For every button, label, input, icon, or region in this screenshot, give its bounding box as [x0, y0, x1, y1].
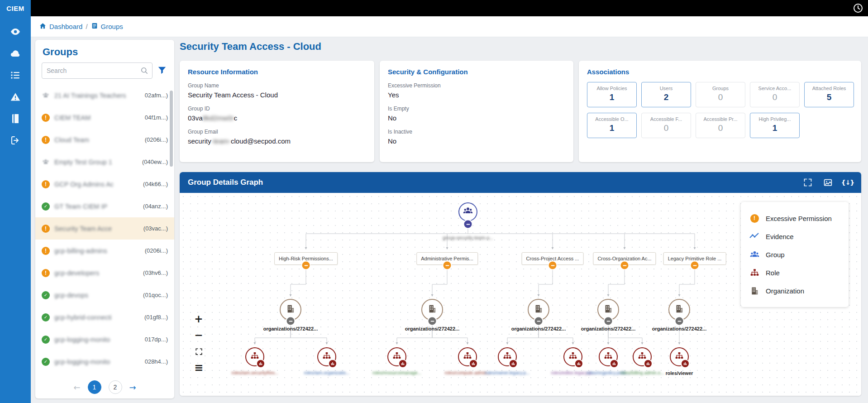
collapse-badge[interactable]	[621, 262, 629, 269]
group-list-item[interactable]: gcp-logging-monito 028h4...)	[35, 350, 174, 373]
graph-header: Group Details Graph	[180, 172, 861, 193]
evidence-badge[interactable]	[610, 360, 618, 367]
stat-accessible-projects[interactable]: Accessible Pr...0	[696, 113, 745, 138]
collapse-badge[interactable]	[549, 262, 557, 269]
fullscreen-icon[interactable]	[802, 177, 813, 188]
groups-panel: Groups 21 AI Trainings Teachers 02afm...…	[35, 40, 174, 398]
group-list-item[interactable]: gcp-developers (03hv6...)	[35, 262, 174, 284]
collapse-badge[interactable]	[302, 262, 310, 269]
stat-groups[interactable]: Groups0	[696, 82, 745, 107]
group-node[interactable]	[458, 202, 477, 221]
stat-accessible-folders[interactable]: Accessible F...0	[641, 113, 691, 138]
zoom-in-icon[interactable]	[192, 312, 205, 325]
group-list-item[interactable]: gcp-devops (01qoc...)	[35, 284, 174, 306]
evidence-badge[interactable]	[399, 360, 406, 367]
zoom-out-icon[interactable]	[192, 329, 205, 341]
group-list-item[interactable]: Cloud Team (0206i...)	[35, 129, 174, 151]
prev-page-button[interactable]	[73, 383, 80, 392]
stat-accessible-organizations[interactable]: Accessible O...1	[587, 113, 637, 138]
group-id: (01gf8...)	[144, 314, 168, 321]
search-input[interactable]	[42, 62, 153, 79]
stat-users[interactable]: Users2	[641, 82, 691, 107]
status-warning-icon	[42, 136, 50, 144]
pagination: 1 2	[35, 380, 174, 394]
collapse-badge[interactable]	[464, 221, 472, 228]
breadcrumb-groups-label: Groups	[101, 23, 123, 30]
search-icon	[140, 66, 149, 75]
evidence-badge[interactable]	[644, 360, 652, 367]
collapse-badge[interactable]	[535, 317, 543, 325]
group-list-item[interactable]: gcp-billing-admins (0206i...)	[35, 240, 174, 262]
field-value: No	[388, 114, 565, 122]
menu-icon[interactable]	[192, 361, 205, 374]
sidebar-item-cloud[interactable]	[10, 48, 21, 59]
group-list-item[interactable]: gcp-hybrid-connecti (01gf8...)	[35, 306, 174, 328]
evidence-badge[interactable]	[575, 360, 582, 367]
group-email-prefix: security	[188, 137, 211, 145]
breadcrumb-groups-link[interactable]: Groups	[91, 22, 123, 31]
group-id: (0206i...)	[145, 247, 168, 254]
page-1-button[interactable]: 1	[88, 380, 101, 394]
fit-view-icon[interactable]	[192, 345, 205, 358]
role-node-label: roles/iam.organizatio...	[304, 370, 350, 375]
status-warning-icon	[42, 114, 50, 122]
group-email-suffix: cloud@secpod.com	[231, 137, 291, 145]
sidebar-item-logout[interactable]	[10, 135, 21, 146]
sidebar-item-list[interactable]	[10, 70, 21, 81]
collapse-badge[interactable]	[691, 262, 699, 269]
page-title: Security Team Access - Cloud	[180, 41, 321, 53]
redacted-icon	[42, 158, 50, 166]
status-ok-icon	[42, 202, 50, 211]
stat-attached-roles[interactable]: Attached Roles5	[804, 82, 854, 107]
evidence-badge[interactable]	[510, 360, 517, 367]
evidence-badge[interactable]	[257, 360, 264, 367]
collapse-badge[interactable]	[287, 317, 295, 325]
collapse-badge[interactable]	[605, 317, 612, 325]
group-name-value: Security Team Access - Cloud	[188, 91, 366, 99]
evidence-badge[interactable]	[470, 360, 477, 367]
clock-icon[interactable]	[853, 3, 863, 14]
export-image-icon[interactable]	[822, 177, 833, 188]
stat-high-privilege[interactable]: High Privileg...1	[750, 113, 800, 138]
group-name: gcp-logging-monito	[54, 336, 141, 343]
legend-item: Excessive Permission	[749, 209, 840, 227]
graph-legend: Excessive Permission Evidence Group Role…	[741, 202, 849, 307]
sidebar-item-view[interactable]	[10, 26, 21, 37]
sidebar-item-reports[interactable]	[10, 113, 21, 124]
group-id-prefix: 03va	[188, 114, 203, 122]
breadcrumb-dashboard-link[interactable]: Dashboard	[39, 22, 82, 31]
logout-icon	[10, 139, 21, 147]
stat-allow-policies[interactable]: Allow Policies1	[587, 82, 637, 107]
resource-information-title: Resource Information	[188, 68, 366, 76]
graph-title: Group Details Graph	[188, 178, 263, 187]
group-list-item[interactable]: CIEM TEAM 04f1m...)	[35, 106, 174, 129]
evidence-badge[interactable]	[682, 360, 689, 367]
legend-item: Role	[749, 264, 840, 282]
group-list-item[interactable]: Empty Test Group 1 (040ew...)	[35, 151, 174, 173]
group-list-item-selected[interactable]: Security Team Acce (03vac...)	[35, 217, 174, 240]
sidebar-item-alerts[interactable]	[10, 91, 21, 102]
group-name: CIEM TEAM	[54, 114, 141, 121]
collapse-badge[interactable]	[444, 262, 451, 269]
graph-canvas[interactable]: group-security-team-a... High-Risk Permi…	[180, 193, 861, 396]
group-list-item[interactable]: 21 AI Trainings Teachers 02afm...)	[35, 84, 174, 106]
collapse-badge[interactable]	[429, 317, 436, 325]
organization-node-label: organizations/272422...	[652, 326, 706, 331]
filter-icon[interactable]	[157, 65, 168, 76]
group-list-item[interactable]: gcp-logging-monito 017dp...)	[35, 328, 174, 350]
list-scrollbar[interactable]	[170, 91, 173, 167]
evidence-badge[interactable]	[329, 360, 336, 367]
group-list-item[interactable]: GCP Org Admins Ac (04k66...)	[35, 173, 174, 195]
stat-service-accounts[interactable]: Service Acco...0	[750, 82, 800, 107]
group-name: GT Team CIEM IP	[54, 203, 139, 210]
collapse-badge[interactable]	[676, 317, 683, 325]
group-id: 04f1m...)	[145, 114, 168, 121]
status-ok-icon	[42, 313, 50, 321]
topbar: CIEM	[0, 0, 868, 16]
page-2-button[interactable]: 2	[109, 380, 122, 394]
warning-triangle-icon	[10, 96, 21, 104]
export-json-icon[interactable]	[842, 177, 853, 188]
group-list-item[interactable]: GT Team CIEM IP (04anz...)	[35, 195, 174, 217]
group-name: gcp-hybrid-connecti	[54, 314, 141, 321]
next-page-button[interactable]	[129, 383, 136, 392]
